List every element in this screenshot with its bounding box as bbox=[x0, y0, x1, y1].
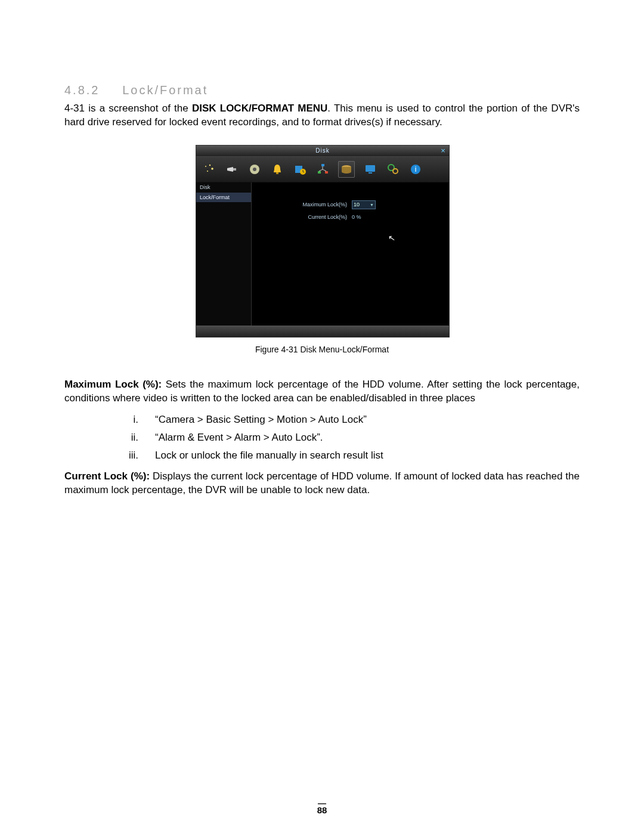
network-icon[interactable] bbox=[315, 162, 330, 176]
wizard-icon[interactable] bbox=[202, 162, 216, 176]
svg-rect-14 bbox=[366, 165, 375, 172]
list-num: iii. bbox=[110, 450, 155, 462]
page-number-value: 88 bbox=[317, 805, 327, 815]
svg-rect-15 bbox=[369, 172, 372, 174]
max-lock-paragraph: Maximum Lock (%): Sets the maximum lock … bbox=[64, 378, 580, 405]
list-item: ii. “Alarm & Event > Alarm > Auto Lock”. bbox=[110, 432, 580, 444]
dvr-window: Disk × bbox=[196, 145, 450, 337]
status-bar bbox=[196, 326, 449, 337]
list-item: iii. Lock or unlock the file manually in… bbox=[110, 450, 580, 462]
figure-screenshot: Disk × bbox=[196, 145, 448, 337]
section-heading: 4.8.2 Lock/Format bbox=[64, 83, 580, 97]
svg-text:i: i bbox=[415, 165, 417, 174]
svg-rect-4 bbox=[233, 168, 236, 171]
svg-point-0 bbox=[205, 166, 206, 167]
section-title: Lock/Format bbox=[122, 83, 208, 97]
settings-icon[interactable] bbox=[386, 162, 400, 176]
page-number: 88 bbox=[0, 803, 644, 815]
current-lock-label: Current Lock(%) bbox=[287, 214, 347, 220]
record-icon[interactable] bbox=[247, 162, 262, 176]
toolbar: i bbox=[196, 156, 449, 182]
max-lock-dropdown[interactable]: 10 ▼ bbox=[352, 200, 376, 209]
list-num: ii. bbox=[110, 432, 155, 444]
list-text: “Camera > Basic Setting > Motion > Auto … bbox=[155, 414, 367, 426]
schedule-icon[interactable] bbox=[293, 162, 307, 176]
display-icon[interactable] bbox=[363, 162, 377, 176]
info-icon[interactable]: i bbox=[408, 162, 423, 176]
svg-rect-10 bbox=[321, 164, 324, 166]
disk-icon[interactable] bbox=[338, 161, 355, 178]
side-nav: Disk Lock/Format bbox=[196, 182, 252, 326]
list-text: Lock or unlock the file manually in sear… bbox=[155, 450, 383, 462]
list-num: i. bbox=[110, 414, 155, 426]
svg-rect-12 bbox=[325, 171, 328, 174]
svg-rect-7 bbox=[276, 172, 278, 174]
svg-point-6 bbox=[253, 168, 256, 171]
nav-item-disk[interactable]: Disk bbox=[196, 182, 251, 193]
list-item: i. “Camera > Basic Setting > Motion > Au… bbox=[110, 414, 580, 426]
svg-point-3 bbox=[207, 171, 208, 172]
camera-icon[interactable] bbox=[225, 162, 239, 176]
window-title: Disk bbox=[315, 147, 329, 154]
chevron-down-icon: ▼ bbox=[370, 201, 374, 209]
svg-point-17 bbox=[393, 169, 398, 174]
max-lock-term: Maximum Lock (%): bbox=[64, 379, 166, 390]
current-lock-term: Current Lock (%): bbox=[64, 470, 153, 482]
close-icon[interactable]: × bbox=[439, 146, 448, 155]
intro-paragraph: 4-31 is a screenshot of the DISK LOCK/FO… bbox=[64, 102, 580, 129]
window-title-bar: Disk × bbox=[196, 145, 449, 156]
intro-pre: 4-31 is a screenshot of the bbox=[64, 103, 192, 114]
current-lock-paragraph: Current Lock (%): Displays the current l… bbox=[64, 470, 580, 497]
svg-rect-11 bbox=[318, 171, 321, 174]
max-lock-label: Maximum Lock(%) bbox=[287, 202, 347, 208]
nav-item-lock-format[interactable]: Lock/Format bbox=[196, 193, 251, 203]
figure-caption: Figure 4-31 Disk Menu-Lock/Format bbox=[64, 345, 580, 354]
list-text: “Alarm & Event > Alarm > Auto Lock”. bbox=[155, 432, 323, 444]
current-lock-value: 0 % bbox=[352, 214, 361, 220]
conditions-list: i. “Camera > Basic Setting > Motion > Au… bbox=[64, 414, 580, 462]
alarm-icon[interactable] bbox=[270, 162, 284, 176]
max-lock-value: 10 bbox=[354, 201, 360, 209]
svg-point-1 bbox=[209, 165, 210, 166]
section-number: 4.8.2 bbox=[64, 83, 100, 97]
intro-bold: DISK LOCK/FORMAT MENU bbox=[192, 103, 327, 114]
mouse-cursor-icon: ↖ bbox=[388, 233, 397, 243]
settings-panel: Maximum Lock(%) 10 ▼ Current Lock(%) 0 %… bbox=[252, 182, 449, 326]
svg-point-2 bbox=[211, 168, 213, 170]
